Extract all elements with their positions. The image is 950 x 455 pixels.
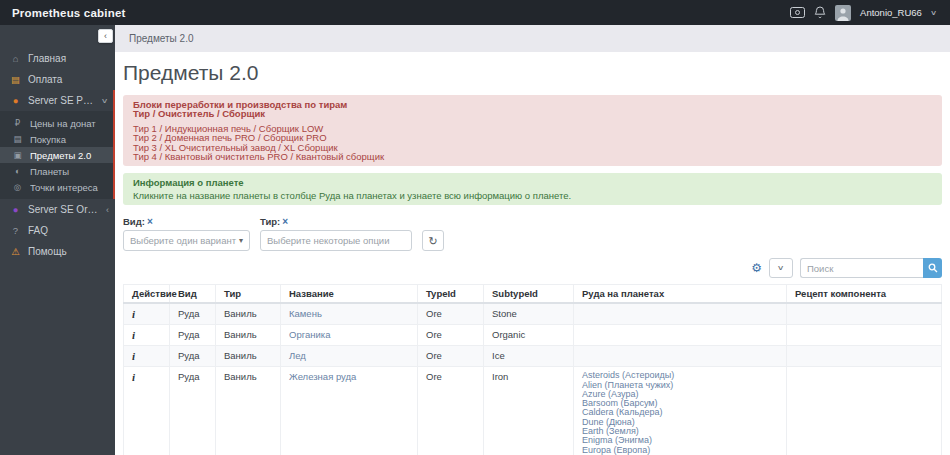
- sidebar-item-donate-prices[interactable]: ₽Цены на донат: [0, 115, 113, 131]
- sidebar-item-items-2-0[interactable]: ▣Предметы 2.0: [0, 147, 113, 163]
- topbar: Prometheus cabinet Antonio_RU66 ∨: [0, 0, 950, 25]
- chevron-left-icon: ‹: [106, 205, 109, 215]
- cell-tier: Ваниль: [216, 303, 281, 325]
- gear-icon[interactable]: ⚙: [751, 262, 762, 274]
- cell-type-id: Ore: [418, 346, 484, 367]
- table-toolbar: ⚙ ∨: [123, 258, 942, 278]
- question-icon: ?: [10, 225, 21, 236]
- sidebar-collapse-button[interactable]: ‹: [98, 29, 113, 43]
- filters-row: Вид:× Выберите один вариант ▾ Тир:× ↻: [123, 216, 942, 251]
- column-header[interactable]: Название: [281, 285, 418, 304]
- column-header[interactable]: Рецепт компонента: [787, 285, 942, 304]
- server-dot-icon: ●: [10, 204, 21, 215]
- breadcrumb-current: Предметы 2.0: [129, 33, 193, 44]
- cell-tier: Ваниль: [216, 325, 281, 346]
- planet-info-title: Информация о планете: [133, 178, 932, 187]
- avatar: [835, 5, 851, 21]
- compass-icon: ◎: [12, 182, 23, 192]
- home-icon: ⌂: [10, 53, 21, 64]
- chevron-down-icon: ∨: [777, 264, 785, 272]
- cell-kind: Руда: [170, 367, 216, 455]
- sidebar-item-label: Покупка: [30, 134, 107, 145]
- tiers-alert: Блоки переработки и производства по тира…: [123, 95, 942, 166]
- banknote-icon[interactable]: [790, 7, 805, 18]
- sidebar: ⌂Главная▤Оплата●Server SE Prometheus∨₽Це…: [0, 25, 115, 455]
- info-action-link[interactable]: i: [132, 308, 135, 320]
- bell-icon[interactable]: [814, 6, 826, 19]
- cell-name: Лед: [281, 346, 418, 367]
- ruble-icon: ₽: [12, 118, 23, 128]
- cell-action: i: [124, 346, 170, 367]
- sidebar-item-label: Цены на донат: [30, 118, 107, 129]
- column-header[interactable]: TypeId: [418, 285, 484, 304]
- info-action-link[interactable]: i: [132, 350, 135, 362]
- tiers-alert-line: Тир 4 / Квантовый очиститель PRO / Квант…: [133, 152, 932, 161]
- item-name-link[interactable]: Железная руда: [289, 371, 356, 382]
- table-row: iРудаВанильКаменьOreStone: [124, 303, 942, 325]
- page-title: Предметы 2.0: [123, 61, 942, 85]
- items-table: ДействиеВидТирНазваниеTypeIdSubtypeIdРуд…: [123, 284, 942, 455]
- tier-input[interactable]: [260, 230, 412, 251]
- column-header[interactable]: SubtypeId: [484, 285, 574, 304]
- clear-kind-filter-icon[interactable]: ×: [147, 216, 153, 227]
- sidebar-item-payment[interactable]: ▤Оплата: [0, 69, 115, 90]
- sidebar-item-purchase[interactable]: ▤Покупка: [0, 131, 113, 147]
- kind-select[interactable]: Выберите один вариант ▾: [123, 230, 250, 251]
- cell-kind: Руда: [170, 346, 216, 367]
- credit-card-icon: ▤: [10, 74, 21, 85]
- cell-kind: Руда: [170, 303, 216, 325]
- cell-subtype-id: Iron: [484, 367, 574, 455]
- sidebar-item-help[interactable]: ⚠Помощь: [0, 241, 115, 262]
- cell-type-id: Ore: [418, 325, 484, 346]
- sidebar-item-server-se-orion[interactable]: ●Server SE Orion‹: [0, 199, 115, 220]
- main-area: Предметы 2.0 Предметы 2.0 Блоки перерабо…: [115, 25, 950, 455]
- chevron-down-icon: ∨: [101, 97, 109, 105]
- info-action-link[interactable]: i: [132, 329, 135, 341]
- table-row: iРудаВанильЖелезная рудаOreIronAsteroids…: [124, 367, 942, 455]
- clear-tier-filter-icon[interactable]: ×: [282, 216, 288, 227]
- info-action-link[interactable]: i: [132, 371, 135, 383]
- chevron-down-icon[interactable]: ∨: [930, 9, 937, 17]
- item-name-link[interactable]: Камень: [289, 308, 322, 319]
- planet-info-alert: Информация о планете Кликните на названи…: [123, 173, 942, 205]
- cell-tier: Ваниль: [216, 346, 281, 367]
- tiers-alert-bold-line: Тир / Очиститель / Сборщик: [133, 109, 932, 118]
- caret-down-icon: ▾: [239, 236, 243, 245]
- username[interactable]: Antonio_RU66: [860, 7, 922, 18]
- sidebar-item-label: Помощь: [28, 246, 109, 257]
- column-header[interactable]: Руда на планетах: [574, 285, 787, 304]
- sidebar-item-label: FAQ: [28, 225, 109, 236]
- cell-recipe: [787, 325, 942, 346]
- tier-filter-label: Тир:×: [260, 216, 412, 227]
- cell-kind: Руда: [170, 325, 216, 346]
- table-row: iРудаВанильОрганикаOreOrganic: [124, 325, 942, 346]
- item-name-link[interactable]: Органика: [289, 329, 330, 340]
- cell-planets: Asteroids (Астероиды)Alien (Планета чужи…: [574, 367, 787, 455]
- column-header[interactable]: Действие: [124, 285, 170, 304]
- sidebar-nav: ⌂Главная▤Оплата●Server SE Prometheus∨₽Це…: [0, 25, 115, 262]
- cell-action: i: [124, 367, 170, 455]
- sidebar-item-label: Планеты: [30, 166, 107, 177]
- sidebar-item-label: Точки интереса: [30, 182, 107, 193]
- cell-recipe: [787, 367, 942, 455]
- refresh-button[interactable]: ↻: [422, 230, 444, 251]
- search-input[interactable]: [800, 258, 923, 278]
- cell-name: Органика: [281, 325, 418, 346]
- column-header[interactable]: Тир: [216, 285, 281, 304]
- sidebar-item-points-of-interest[interactable]: ◎Точки интереса: [0, 179, 113, 195]
- kind-filter-label: Вид:×: [123, 216, 250, 227]
- table-row: iРудаВанильЛедOreIce: [124, 346, 942, 367]
- cell-name: Камень: [281, 303, 418, 325]
- columns-dropdown-button[interactable]: ∨: [769, 258, 793, 278]
- item-name-link[interactable]: Лед: [289, 350, 306, 361]
- planet-info-text: Кликните на название планеты в столбце Р…: [133, 191, 932, 200]
- sidebar-item-faq[interactable]: ?FAQ: [0, 220, 115, 241]
- content: Предметы 2.0 Блоки переработки и произво…: [115, 61, 950, 455]
- sidebar-item-planets[interactable]: ◐Планеты: [0, 163, 113, 179]
- sidebar-item-server-se-prometheus[interactable]: ●Server SE Prometheus∨: [0, 90, 113, 111]
- cell-subtype-id: Ice: [484, 346, 574, 367]
- search-button[interactable]: [923, 258, 942, 278]
- cell-planets: [574, 303, 787, 325]
- sidebar-section-prometheus: ●Server SE Prometheus∨₽Цены на донат▤Пок…: [0, 90, 115, 199]
- sidebar-item-home[interactable]: ⌂Главная: [0, 48, 115, 69]
